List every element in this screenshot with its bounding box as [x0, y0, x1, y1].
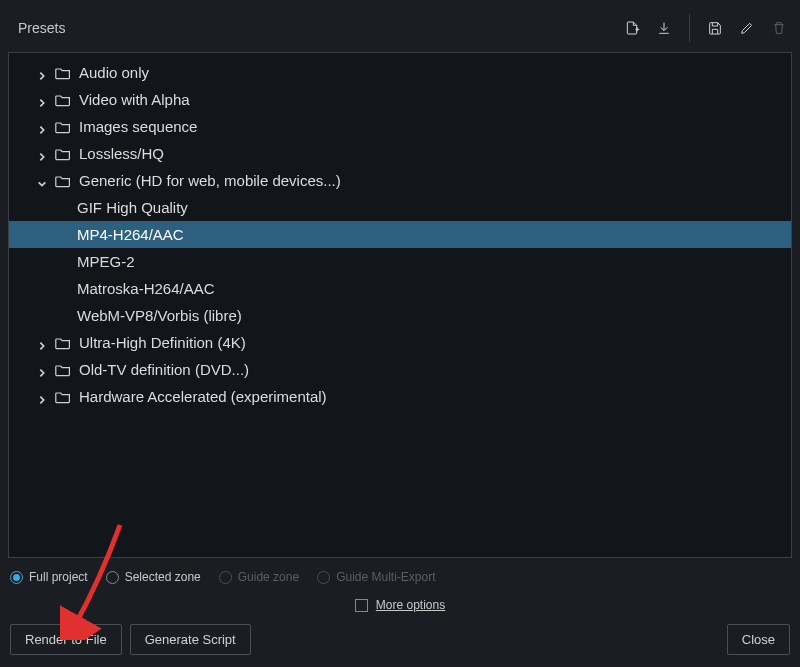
tree-item-label: GIF High Quality — [77, 199, 188, 216]
tree-item-preset[interactable]: Matroska-H264/AAC — [9, 275, 791, 302]
folder-icon — [55, 390, 71, 404]
radio-label: Guide Multi-Export — [336, 570, 435, 584]
chevron-right-icon — [37, 337, 49, 349]
tree-item-folder[interactable]: Audio only — [9, 59, 791, 86]
tree-item-label: Hardware Accelerated (experimental) — [79, 388, 327, 405]
radio-icon — [317, 571, 330, 584]
radio-guide-multi-export: Guide Multi-Export — [317, 570, 435, 584]
tree-item-label: MP4-H264/AAC — [77, 226, 184, 243]
radio-selected-zone[interactable]: Selected zone — [106, 570, 201, 584]
tree-item-label: Lossless/HQ — [79, 145, 164, 162]
more-options-label: More options — [376, 598, 445, 612]
tree-item-preset[interactable]: GIF High Quality — [9, 194, 791, 221]
panel-title: Presets — [18, 20, 65, 36]
tree-item-label: Images sequence — [79, 118, 197, 135]
tree-item-folder[interactable]: Ultra-High Definition (4K) — [9, 329, 791, 356]
toolbar-separator — [689, 14, 690, 42]
chevron-right-icon — [37, 121, 49, 133]
download-icon[interactable] — [655, 19, 673, 37]
tree-item-folder[interactable]: Hardware Accelerated (experimental) — [9, 383, 791, 410]
chevron-right-icon — [37, 364, 49, 376]
trash-icon[interactable] — [770, 19, 788, 37]
tree-item-folder[interactable]: Lossless/HQ — [9, 140, 791, 167]
radio-label: Guide zone — [238, 570, 299, 584]
radio-icon — [106, 571, 119, 584]
tree-item-preset[interactable]: WebM-VP8/Vorbis (libre) — [9, 302, 791, 329]
chevron-right-icon — [37, 67, 49, 79]
tree-item-label: Video with Alpha — [79, 91, 190, 108]
generate-script-button[interactable]: Generate Script — [130, 624, 251, 655]
bottom-bar: Full project Selected zone Guide zone Gu… — [8, 558, 792, 659]
radio-label: Selected zone — [125, 570, 201, 584]
tree-item-folder[interactable]: Images sequence — [9, 113, 791, 140]
folder-icon — [55, 120, 71, 134]
radio-icon — [219, 571, 232, 584]
preset-tree: Audio only Video with Alpha Images seque… — [8, 52, 792, 558]
folder-icon — [55, 93, 71, 107]
new-preset-icon[interactable] — [623, 19, 641, 37]
folder-icon — [55, 174, 71, 188]
radio-label: Full project — [29, 570, 88, 584]
tree-item-label: Matroska-H264/AAC — [77, 280, 215, 297]
radio-guide-zone: Guide zone — [219, 570, 299, 584]
header: Presets — [8, 8, 792, 52]
tree-item-label: WebM-VP8/Vorbis (libre) — [77, 307, 242, 324]
folder-icon — [55, 147, 71, 161]
tree-item-label: Old-TV definition (DVD...) — [79, 361, 249, 378]
tree-item-folder-expanded[interactable]: Generic (HD for web, mobile devices...) — [9, 167, 791, 194]
chevron-right-icon — [37, 391, 49, 403]
tree-item-label: Generic (HD for web, mobile devices...) — [79, 172, 341, 189]
chevron-down-icon — [37, 175, 49, 187]
close-button[interactable]: Close — [727, 624, 790, 655]
radio-full-project[interactable]: Full project — [10, 570, 88, 584]
render-to-file-button[interactable]: Render to File — [10, 624, 122, 655]
render-scope-radios: Full project Selected zone Guide zone Gu… — [8, 566, 792, 588]
tree-item-folder[interactable]: Old-TV definition (DVD...) — [9, 356, 791, 383]
tree-item-preset-selected[interactable]: MP4-H264/AAC — [9, 221, 791, 248]
save-icon[interactable] — [706, 19, 724, 37]
toolbar — [623, 14, 788, 42]
tree-item-label: Ultra-High Definition (4K) — [79, 334, 246, 351]
folder-icon — [55, 363, 71, 377]
folder-icon — [55, 66, 71, 80]
chevron-right-icon — [37, 94, 49, 106]
tree-item-label: Audio only — [79, 64, 149, 81]
edit-icon[interactable] — [738, 19, 756, 37]
tree-item-folder[interactable]: Video with Alpha — [9, 86, 791, 113]
more-options-row[interactable]: More options — [8, 598, 792, 612]
tree-item-label: MPEG-2 — [77, 253, 135, 270]
checkbox-icon — [355, 599, 368, 612]
tree-item-preset[interactable]: MPEG-2 — [9, 248, 791, 275]
folder-icon — [55, 336, 71, 350]
button-row: Render to File Generate Script Close — [8, 622, 792, 659]
chevron-right-icon — [37, 148, 49, 160]
radio-icon-checked — [10, 571, 23, 584]
